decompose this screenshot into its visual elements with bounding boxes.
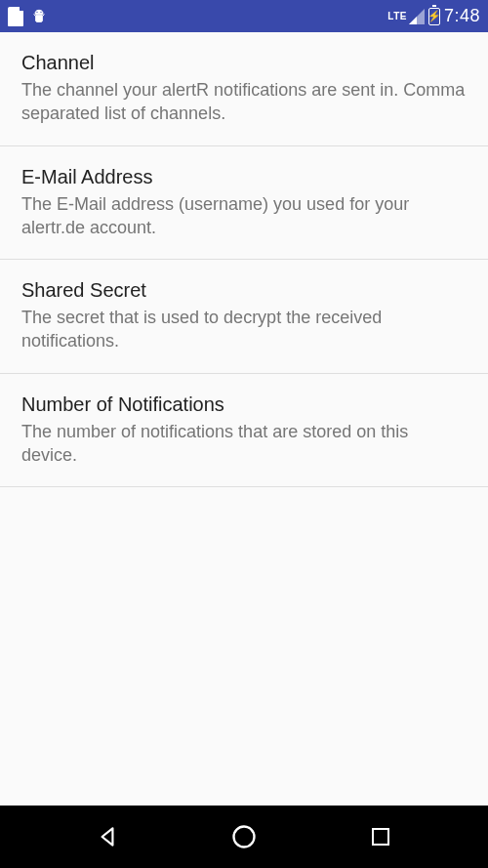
debug-icon [31, 9, 47, 24]
svg-rect-3 [373, 829, 388, 845]
status-right: LTE ⚡ 7:48 [387, 6, 480, 26]
settings-list: Channel The channel your alertR notifica… [0, 32, 488, 487]
setting-title: Channel [21, 52, 467, 74]
setting-title: Number of Notifications [21, 393, 467, 416]
svg-point-2 [234, 827, 255, 847]
setting-desc: The number of notifications that are sto… [21, 420, 467, 468]
setting-desc: The E-Mail address (username) you used f… [21, 192, 467, 240]
home-button[interactable] [228, 821, 260, 852]
square-recent-icon [369, 825, 392, 848]
setting-title: E-Mail Address [21, 166, 467, 188]
network-type: LTE [387, 11, 407, 21]
setting-notification-count[interactable]: Number of Notifications The number of no… [0, 374, 488, 488]
setting-desc: The channel your alertR notifications ar… [21, 78, 467, 126]
clock: 7:48 [444, 6, 480, 26]
navigation-bar [0, 806, 488, 868]
setting-channel[interactable]: Channel The channel your alertR notifica… [0, 32, 488, 146]
setting-shared-secret[interactable]: Shared Secret The secret that is used to… [0, 260, 488, 374]
recent-apps-button[interactable] [365, 821, 396, 852]
sd-card-icon [8, 7, 23, 26]
signal-icon [409, 9, 425, 24]
setting-email[interactable]: E-Mail Address The E-Mail address (usern… [0, 146, 488, 261]
svg-point-1 [40, 11, 41, 12]
battery-icon: ⚡ [428, 8, 440, 25]
circle-home-icon [230, 823, 258, 850]
back-button[interactable] [92, 821, 123, 852]
triangle-back-icon [95, 824, 120, 849]
bolt-icon: ⚡ [427, 11, 441, 21]
svg-point-0 [36, 11, 37, 12]
setting-desc: The secret that is used to decrypt the r… [21, 306, 467, 353]
setting-title: Shared Secret [21, 279, 467, 302]
status-left [8, 7, 47, 26]
status-bar: LTE ⚡ 7:48 [0, 0, 488, 32]
